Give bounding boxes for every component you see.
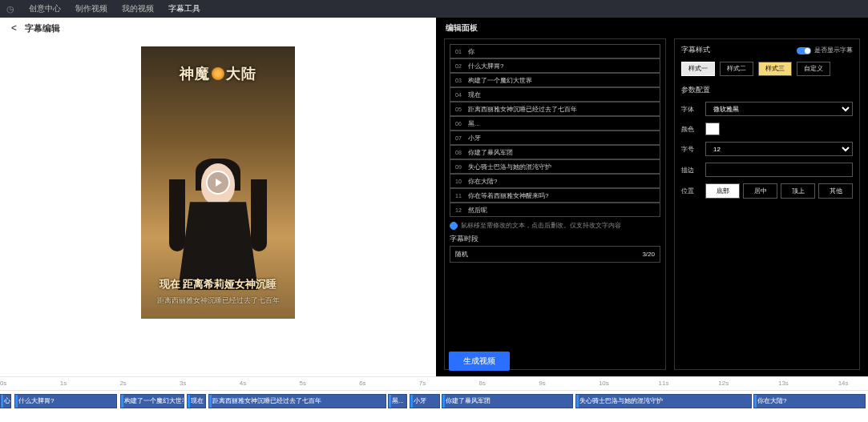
settings-title: 参数配置 [681,86,853,95]
ruler-tick: 8s [479,380,486,387]
subtitle-line[interactable]: 02什么大脾胃? [450,58,660,73]
color-swatch[interactable] [705,123,720,135]
style-header: 字幕样式 是否显示字幕 [681,46,853,55]
timeline-clip[interactable]: 现在 [187,394,206,408]
size-select[interactable]: 12 [705,142,853,156]
ruler-tick: 1s [60,380,67,387]
style-chip-0[interactable]: 样式一 [681,62,715,76]
generate-button[interactable]: 生成视频 [449,352,510,371]
subtitle-line[interactable]: 05距离西丽雅女神沉睡已经过去了七百年 [450,102,660,116]
timeline-clip[interactable]: 距离西丽雅女神沉睡已经过去了七百年 [208,394,386,408]
ruler-tick: 6s [359,380,365,387]
pos-btn-3[interactable]: 其他 [818,183,853,199]
main-area: < 字幕编辑 神魔大陆 现在 距离希莉娅女神沉睡 距离西丽雅女神沉睡已经过去了七… [0,18,868,376]
subtitle-line[interactable]: 07小牙 [450,131,660,145]
logo-text-left: 神魔 [180,66,210,82]
timeline-clip[interactable]: 你建了暴风军团 [442,394,573,408]
nav-item-1[interactable]: 制作视频 [75,3,107,14]
toggle-switch-icon [797,47,811,54]
color-field: 颜色 [681,123,853,135]
font-label: 字体 [681,105,700,114]
subtitle-line[interactable]: 08你建了暴风军团 [450,145,660,159]
right-pane: 编辑面板 01你02什么大脾胃?03构建了一个魔幻大世界04现在05距离西丽雅女… [436,18,868,376]
nav-item-2[interactable]: 我的视频 [122,3,154,14]
subtitle-line[interactable]: 03构建了一个魔幻大世界 [450,73,660,87]
ruler-tick: 14s [838,380,849,387]
nav-item-0[interactable]: 创意中心 [29,3,61,14]
style-title: 字幕样式 [681,46,710,55]
left-header: < 字幕编辑 [0,18,436,38]
logo-icon: ◷ [6,4,14,14]
pos-btn-0[interactable]: 底部 [705,183,740,199]
back-button[interactable]: < [11,22,17,34]
timeline-clip[interactable]: 失心骑士巴洛与她的混沌守护 [575,394,752,408]
duration-box[interactable]: 随机 3/20 [450,246,660,263]
style-chip-2[interactable]: 样式三 [758,62,792,76]
logo-text-right: 大陆 [226,66,256,82]
font-field: 字体 微软雅黑 [681,102,853,116]
subtitle-line[interactable]: 09失心骑士巴洛与她的混沌守护 [450,159,660,174]
ruler-tick: 2s [119,380,126,387]
stroke-input[interactable] [705,163,853,177]
size-field: 字号 12 [681,142,853,156]
style-chip-1[interactable]: 样式二 [720,62,753,76]
subtitle-line[interactable]: 11你在等着西丽雅女神醒来吗? [450,188,660,203]
stroke-label: 描边 [681,166,700,175]
ruler-tick: 11s [659,380,669,387]
pos-btn-2[interactable]: 顶上 [781,183,815,199]
subtitle-line[interactable]: 01你 [450,44,660,58]
stroke-field: 描边 [681,163,853,177]
play-button[interactable] [206,171,230,195]
timeline-clip[interactable]: 黑... [388,394,407,408]
subtitle-line[interactable]: 12然后呢 [450,203,660,217]
ruler-tick: 0s [0,380,6,387]
subtitle-line[interactable]: 10你在大陆? [450,174,660,188]
video-preview[interactable]: 神魔大陆 现在 距离希莉娅女神沉睡 距离西丽雅女神沉睡已经过去了七百年 [141,46,295,319]
right-body: 01你02什么大脾胃?03构建了一个魔幻大世界04现在05距离西丽雅女神沉睡已经… [436,38,868,376]
subtitle-list: 01你02什么大脾胃?03构建了一个魔幻大世界04现在05距离西丽雅女神沉睡已经… [444,38,666,370]
position-label: 位置 [681,187,700,195]
ruler-tick: 5s [299,380,305,387]
video-logo: 神魔大陆 [141,64,295,83]
preview-container: 神魔大陆 现在 距离希莉娅女神沉睡 距离西丽雅女神沉睡已经过去了七百年 [0,46,436,319]
position-field: 位置 底部 居中 顶上 其他 [681,183,853,199]
style-chip-3[interactable]: 自定义 [797,62,830,76]
subtitle-line[interactable]: 04现在 [450,87,660,102]
subtitle-main: 现在 距离希莉娅女神沉睡 [141,277,295,291]
pos-btn-1[interactable]: 居中 [743,183,777,199]
duration-value: 3/20 [642,251,655,258]
ruler-tick: 4s [240,380,246,387]
ruler-tick: 12s [718,380,729,387]
time-ruler[interactable]: 0s1s2s3s4s5s6s7s8s9s10s11s12s13s14s [0,376,868,391]
ruler-tick: 13s [778,380,789,387]
color-label: 颜色 [681,125,700,134]
style-chip-row: 样式一 样式二 样式三 自定义 [681,62,853,76]
right-panel-title: 编辑面板 [436,18,868,38]
ruler-tick: 9s [539,380,545,387]
timeline-clip[interactable]: 你在大陆? [753,394,866,408]
orb-icon [212,67,224,80]
edit-hint: 鼠标移至需修改的文本，点击后删改。仅支持改文字内容 [450,222,660,230]
ruler-tick: 3s [180,380,186,387]
ruler-tick: 7s [419,380,426,387]
duration-section-title: 字幕时段 [450,235,660,244]
nav-item-3[interactable]: 字幕工具 [168,3,200,14]
timeline-clip[interactable]: 构建了一个魔幻大世界 [120,394,184,408]
page-title: 字幕编辑 [25,22,60,34]
timeline-clip[interactable]: 什么大脾胃? [14,394,117,408]
timeline: 0s1s2s3s4s5s6s7s8s9s10s11s12s13s14s 心什么大… [0,376,868,422]
style-panel: 字幕样式 是否显示字幕 样式一 样式二 样式三 自定义 参数配置 字体 微软雅黑 [674,38,860,370]
timeline-clip[interactable]: 小牙 [410,394,440,408]
subtitle-toggle[interactable]: 是否显示字幕 [797,46,853,54]
left-pane: < 字幕编辑 神魔大陆 现在 距离希莉娅女神沉睡 距离西丽雅女神沉睡已经过去了七… [0,18,436,376]
font-select[interactable]: 微软雅黑 [705,102,853,116]
timeline-clip[interactable]: 心 [0,394,11,408]
subtitle-secondary: 距离西丽雅女神沉睡已经过去了七百年 [141,295,295,306]
time-track[interactable]: 心什么大脾胃?构建了一个魔幻大世界现在距离西丽雅女神沉睡已经过去了七百年黑...… [0,394,868,410]
duration-label: 随机 [455,250,468,259]
size-label: 字号 [681,145,700,154]
ruler-tick: 10s [599,380,609,387]
subtitle-line[interactable]: 06黑... [450,116,660,131]
top-nav: ◷ 创意中心 制作视频 我的视频 字幕工具 [0,0,868,18]
